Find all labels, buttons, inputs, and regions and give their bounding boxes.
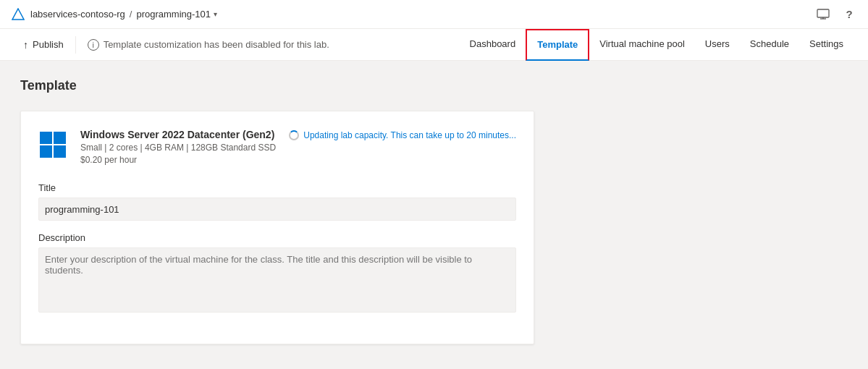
commandbar: ↑ Publish i Template customization has b…	[0, 29, 868, 61]
template-card: Windows Server 2022 Datacenter (Gen2) Sm…	[20, 111, 534, 344]
tab-vm-pool[interactable]: Virtual machine pool	[589, 29, 695, 61]
page-content: Template Windows Server 2022 Datacenter …	[0, 61, 868, 365]
vm-status-text: Updating lab capacity. This can take up …	[303, 130, 516, 140]
tab-schedule[interactable]: Schedule	[740, 29, 799, 61]
svg-rect-1	[817, 9, 829, 17]
title-input[interactable]	[38, 198, 516, 221]
azure-icon	[12, 8, 25, 21]
tab-settings[interactable]: Settings	[799, 29, 854, 61]
vm-details: Windows Server 2022 Datacenter (Gen2) Sm…	[80, 129, 277, 165]
tab-template[interactable]: Template	[526, 29, 589, 61]
publish-icon: ↑	[23, 39, 28, 51]
topbar-actions: ?	[816, 7, 856, 22]
breadcrumb: labservices-contoso-rg / programming-101…	[30, 9, 217, 20]
description-textarea[interactable]	[38, 247, 516, 313]
chevron-down-icon: ▾	[214, 10, 217, 18]
title-field-group: Title	[38, 182, 516, 221]
svg-rect-7	[54, 145, 66, 158]
breadcrumb-separator: /	[130, 9, 132, 20]
svg-rect-6	[40, 145, 52, 158]
vm-name: Windows Server 2022 Datacenter (Gen2)	[80, 129, 277, 140]
page-title: Template	[20, 78, 848, 93]
topbar: labservices-contoso-rg / programming-101…	[0, 0, 868, 29]
vm-status: Updating lab capacity. This can take up …	[289, 129, 516, 140]
svg-rect-4	[40, 132, 52, 144]
info-message: i Template customization has been disabl…	[79, 39, 338, 51]
lab-name-link[interactable]: programming-101 ▾	[136, 9, 217, 20]
vm-price: $0.20 per hour	[80, 155, 277, 165]
svg-marker-0	[12, 9, 24, 20]
cmd-separator	[75, 36, 76, 54]
monitor-icon[interactable]	[816, 7, 830, 22]
svg-rect-5	[54, 132, 66, 144]
help-icon[interactable]: ?	[842, 7, 856, 22]
vm-info-row: Windows Server 2022 Datacenter (Gen2) Sm…	[38, 129, 516, 165]
description-label: Description	[38, 232, 516, 243]
windows-logo-icon	[38, 130, 69, 161]
vm-specs: Small | 2 cores | 4GB RAM | 128GB Standa…	[80, 143, 277, 153]
description-field-group: Description	[38, 232, 516, 315]
tab-users[interactable]: Users	[695, 29, 740, 61]
title-label: Title	[38, 182, 516, 193]
tab-dashboard[interactable]: Dashboard	[460, 29, 526, 61]
loading-spinner	[289, 130, 299, 140]
publish-button[interactable]: ↑ Publish	[14, 29, 72, 61]
resource-group-link[interactable]: labservices-contoso-rg	[30, 9, 125, 20]
nav-tabs: Dashboard Template Virtual machine pool …	[460, 29, 854, 61]
publish-label: Publish	[33, 39, 64, 50]
info-icon: i	[88, 39, 99, 51]
